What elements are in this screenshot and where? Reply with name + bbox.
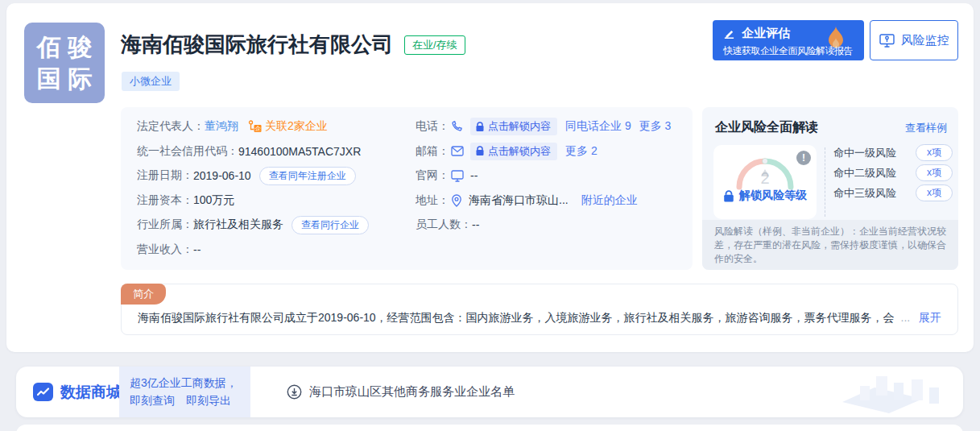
- phone-icon: [451, 120, 464, 133]
- intro-ellipsis: ...: [901, 311, 911, 324]
- risk-hit-rows: 命中一级风险 x项 命中二级风险 x项 命中三级风险 x项: [833, 143, 953, 203]
- company-intro-panel: 简介 海南佰骏国际旅行社有限公司成立于2019-06-10，经营范围包含：国内旅…: [121, 284, 958, 335]
- industry-value: 旅行社及相关服务: [193, 218, 283, 232]
- industry-row: 行业所属： 旅行社及相关服务 查看同行企业: [137, 213, 369, 238]
- related-companies-link[interactable]: 企 关联2家企业: [248, 119, 328, 134]
- employees-value: --: [472, 218, 479, 231]
- header-title-row: 海南佰骏国际旅行社有限公司 在业/存续: [121, 31, 465, 59]
- monitor-icon: [879, 34, 895, 48]
- risk-level2-row: 命中二级风险 x项: [833, 163, 953, 183]
- same-year-companies-pill[interactable]: 查看同年注册企业: [259, 167, 356, 185]
- company-size-tag: 小微企业: [122, 72, 180, 91]
- enterprise-evaluate-button[interactable]: 企业评估 快速获取企业全面风险解读报告: [713, 20, 864, 60]
- credit-code-value: 91460100MA5TAC7JXR: [238, 145, 361, 158]
- info-exclamation-icon: !: [796, 151, 811, 165]
- revenue-value: --: [193, 243, 201, 256]
- unlock-risk-level-label: 解锁风险等级: [739, 189, 807, 203]
- risk-level1-row: 命中一级风险 x项: [833, 143, 953, 163]
- data-mall-brand-label: 数据商城: [60, 382, 122, 403]
- intro-tag: 简介: [121, 284, 166, 305]
- evaluate-title: 企业评估: [742, 26, 790, 41]
- data-mall-bar: 数据商城 超3亿企业工商数据， 即刻查询 即刻导出 海口市琼山区其他商务服务业企…: [16, 367, 963, 417]
- phone-unlock-chip[interactable]: 点击解锁内容: [470, 118, 557, 135]
- view-sample-link[interactable]: 查看样例: [905, 121, 947, 135]
- lock-icon: [475, 146, 485, 156]
- lock-icon: [723, 190, 734, 202]
- logo-text-line2: 国 际: [37, 63, 92, 94]
- download-icon: [287, 384, 302, 400]
- address-value: 海南省海口市琼山...: [469, 193, 569, 208]
- website-value: --: [470, 169, 478, 182]
- company-name: 海南佰骏国际旅行社有限公司: [121, 31, 393, 59]
- isometric-buildings-decoration: [834, 371, 955, 413]
- phone-row: 电话： 点击解锁内容 同电话企业 9 更多 3: [416, 114, 671, 139]
- revenue-row: 营业收入： --: [137, 238, 369, 263]
- risk-level3-count-pill[interactable]: x项: [916, 184, 953, 201]
- data-mall-chart-icon: [32, 381, 54, 403]
- info-column-middle: 电话： 点击解锁内容 同电话企业 9 更多 3 邮箱：: [416, 114, 671, 238]
- risk-level2-count-pill[interactable]: x项: [916, 164, 953, 181]
- risk-gauge-card[interactable]: 2 ! 解锁风险等级: [713, 145, 817, 219]
- credit-code-row: 统一社会信用代码： 91460100MA5TAC7JXR: [137, 139, 369, 164]
- intro-text-line: 海南佰骏国际旅行社有限公司成立于2019-06-10，经营范围包含：国内旅游业务…: [138, 311, 945, 325]
- legal-rep-label: 法定代表人：: [137, 119, 205, 134]
- company-logo: 佰 骏 国 际: [24, 23, 105, 103]
- svg-text:企: 企: [254, 125, 261, 132]
- risk-level1-count-pill[interactable]: x项: [916, 144, 953, 161]
- basic-info-panel: 法定代表人： 董鸿翔 企 关联2家企业 统一社会信用代码： 91460100MA…: [121, 107, 693, 270]
- data-mall-brand[interactable]: 数据商城: [16, 381, 119, 403]
- same-industry-pill[interactable]: 查看同行企业: [292, 216, 369, 234]
- address-row: 地址： 海南省海口市琼山... 附近的企业: [416, 189, 671, 213]
- next-card-top-edge: [16, 425, 963, 431]
- status-badge: 在业/存续: [404, 35, 465, 55]
- email-row: 邮箱： 点击解锁内容 更多 2: [416, 139, 671, 164]
- phone-more-link[interactable]: 更多 3: [639, 119, 672, 134]
- risk-interpretation-note: 风险解读（样例、非当前企业）：企业当前经营状况较差，存在严重的潜在风险，需保持极…: [702, 220, 958, 270]
- data-mall-promo[interactable]: 超3亿企业工商数据， 即刻查询 即刻导出: [119, 367, 250, 417]
- risk-monitor-button[interactable]: 风险监控: [870, 20, 958, 60]
- company-list-download-link[interactable]: 海口市琼山区其他商务服务业企业名单: [287, 384, 515, 400]
- dashed-divider: [825, 147, 825, 217]
- risk-panel-title: 企业风险全面解读: [715, 119, 818, 136]
- website-icon: [451, 170, 464, 182]
- email-unlock-chip[interactable]: 点击解锁内容: [470, 143, 557, 160]
- reg-date-value: 2019-06-10: [193, 169, 251, 182]
- legal-rep-link[interactable]: 董鸿翔: [205, 119, 238, 134]
- legal-rep-row: 法定代表人： 董鸿翔 企 关联2家企业: [137, 114, 369, 139]
- reg-capital-row: 注册资本： 100万元: [137, 189, 369, 213]
- website-row: 官网： --: [416, 164, 671, 189]
- location-pin-icon: [451, 194, 462, 207]
- info-column-left: 法定代表人： 董鸿翔 企 关联2家企业 统一社会信用代码： 91460100MA…: [137, 114, 369, 262]
- employees-row: 员工人数： --: [416, 213, 671, 238]
- evaluate-subtitle: 快速获取企业全面风险解读报告: [723, 44, 864, 58]
- email-icon: [451, 146, 464, 156]
- edit-pen-icon: [723, 27, 735, 39]
- email-more-link[interactable]: 更多 2: [565, 144, 598, 159]
- monitor-label: 风险监控: [901, 33, 949, 48]
- risk-overview-panel: 企业风险全面解读 查看样例 2 ! 解锁风险等级: [702, 107, 958, 270]
- lock-icon: [475, 122, 485, 132]
- risk-gauge-value: 2: [713, 169, 817, 188]
- risk-level3-row: 命中三级风险 x项: [833, 183, 953, 203]
- org-chart-icon: 企: [248, 120, 262, 133]
- intro-text: 海南佰骏国际旅行社有限公司成立于2019-06-10，经营范围包含：国内旅游业务…: [138, 311, 895, 324]
- company-profile-card: 佰 骏 国 际 海南佰骏国际旅行社有限公司 在业/存续 小微企业 企业评估 快速…: [6, 3, 974, 352]
- intro-expand-link[interactable]: 展开: [919, 311, 941, 324]
- reg-date-row: 注册日期： 2019-06-10 查看同年注册企业: [137, 164, 369, 189]
- logo-text-line1: 佰 骏: [37, 31, 92, 63]
- nearby-companies-link[interactable]: 附近的企业: [581, 193, 638, 208]
- reg-capital-value: 100万元: [193, 193, 234, 208]
- same-phone-companies-link[interactable]: 同电话企业 9: [565, 119, 631, 134]
